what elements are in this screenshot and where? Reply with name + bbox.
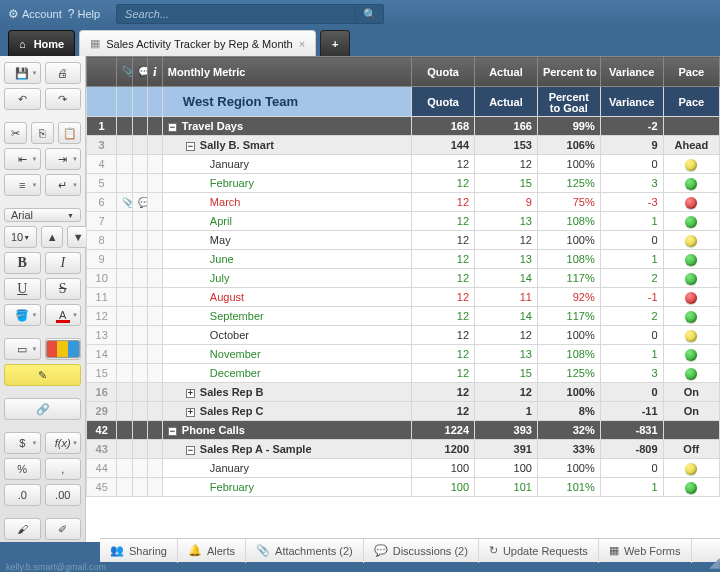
actual-cell[interactable]: 14: [475, 269, 538, 288]
tab-update-requests[interactable]: ↻Update Requests: [479, 539, 599, 563]
quota-cell[interactable]: 12: [412, 326, 475, 345]
collapse-icon[interactable]: −: [186, 446, 195, 455]
row-number[interactable]: 44: [87, 459, 117, 478]
font-select[interactable]: Arial▼: [4, 208, 81, 222]
row-number[interactable]: 7: [87, 212, 117, 231]
pct-header[interactable]: Percent to Goal: [537, 57, 600, 87]
pace-cell[interactable]: [663, 174, 719, 193]
pace-cell[interactable]: Off: [663, 440, 719, 459]
variance-cell[interactable]: 0: [600, 459, 663, 478]
quota-cell[interactable]: 100: [412, 478, 475, 497]
decrease-decimal-button[interactable]: .0: [4, 484, 41, 506]
expand-icon[interactable]: +: [186, 389, 195, 398]
pace-cell[interactable]: [663, 421, 719, 440]
tab-web-forms[interactable]: ▦Web Forms: [599, 539, 692, 563]
grid-scroll[interactable]: 📎 💬 i Monthly Metric Quota Actual Percen…: [86, 56, 720, 542]
metric-header[interactable]: Monthly Metric: [162, 57, 411, 87]
underline-button[interactable]: U: [4, 278, 41, 300]
copy-button[interactable]: ⎘: [31, 122, 54, 144]
row-number[interactable]: 4: [87, 155, 117, 174]
text-color-button[interactable]: A▼: [45, 304, 82, 326]
cut-button[interactable]: ✂: [4, 122, 27, 144]
metric-cell[interactable]: +Sales Rep B: [162, 383, 411, 402]
tab-new[interactable]: +: [320, 30, 350, 56]
quota-cell[interactable]: 144: [412, 136, 475, 155]
variance-cell[interactable]: 9: [600, 136, 663, 155]
pct-cell[interactable]: 100%: [537, 231, 600, 250]
thousands-button[interactable]: ,: [45, 458, 82, 480]
quota-cell[interactable]: 12: [412, 307, 475, 326]
row-number[interactable]: 14: [87, 345, 117, 364]
actual-cell[interactable]: 101: [475, 478, 538, 497]
align-button[interactable]: ≡▼: [4, 174, 41, 196]
clear-format-button[interactable]: ✐: [45, 518, 82, 540]
pct-cell[interactable]: 75%: [537, 193, 600, 212]
row-number[interactable]: 13: [87, 326, 117, 345]
metric-cell[interactable]: November: [162, 345, 411, 364]
metric-cell[interactable]: +Sales Rep C: [162, 402, 411, 421]
actual-cell[interactable]: 12: [475, 231, 538, 250]
pace-cell[interactable]: On: [663, 402, 719, 421]
actual-cell[interactable]: 391: [475, 440, 538, 459]
variance-cell[interactable]: -1: [600, 288, 663, 307]
metric-cell[interactable]: −Sales Rep A - Sample: [162, 440, 411, 459]
quota-cell[interactable]: 12: [412, 288, 475, 307]
actual-cell[interactable]: 11: [475, 288, 538, 307]
indent-button[interactable]: ⇥▼: [45, 148, 82, 170]
highlight-button[interactable]: ✎: [4, 364, 81, 386]
pace-cell[interactable]: [663, 155, 719, 174]
row-number[interactable]: 12: [87, 307, 117, 326]
account-link[interactable]: ⚙Account: [8, 7, 62, 21]
row-number[interactable]: 15: [87, 364, 117, 383]
quota-cell[interactable]: 12: [412, 155, 475, 174]
row-number[interactable]: 5: [87, 174, 117, 193]
variance-cell[interactable]: 0: [600, 231, 663, 250]
pct-cell[interactable]: 125%: [537, 364, 600, 383]
metric-cell[interactable]: August: [162, 288, 411, 307]
quota-cell[interactable]: 12: [412, 212, 475, 231]
metric-cell[interactable]: May: [162, 231, 411, 250]
actual-cell[interactable]: 9: [475, 193, 538, 212]
pct-cell[interactable]: 108%: [537, 345, 600, 364]
metric-cell[interactable]: October: [162, 326, 411, 345]
actual-header[interactable]: Actual: [475, 57, 538, 87]
pct-cell[interactable]: 101%: [537, 478, 600, 497]
actual-cell[interactable]: 153: [475, 136, 538, 155]
col-pct[interactable]: Percentto Goal: [537, 87, 600, 117]
currency-button[interactable]: $▼: [4, 432, 41, 454]
quota-cell[interactable]: 12: [412, 193, 475, 212]
pace-cell[interactable]: On: [663, 383, 719, 402]
flag-header[interactable]: i: [147, 57, 162, 87]
increase-decimal-button[interactable]: .00: [45, 484, 82, 506]
function-button[interactable]: f(x)▼: [45, 432, 82, 454]
metric-cell[interactable]: −Sally B. Smart: [162, 136, 411, 155]
metric-cell[interactable]: January: [162, 155, 411, 174]
pct-cell[interactable]: 117%: [537, 269, 600, 288]
actual-cell[interactable]: 393: [475, 421, 538, 440]
quota-cell[interactable]: 12: [412, 364, 475, 383]
variance-cell[interactable]: 3: [600, 174, 663, 193]
tab-sharing[interactable]: 👥Sharing: [100, 539, 178, 563]
pct-cell[interactable]: 125%: [537, 174, 600, 193]
paste-button[interactable]: 📋: [58, 122, 81, 144]
save-button[interactable]: 💾▼: [4, 62, 41, 84]
quota-cell[interactable]: 12: [412, 269, 475, 288]
tab-alerts[interactable]: 🔔Alerts: [178, 539, 246, 563]
actual-cell[interactable]: 15: [475, 174, 538, 193]
variance-cell[interactable]: 1: [600, 212, 663, 231]
pace-cell[interactable]: [663, 459, 719, 478]
row-number[interactable]: 9: [87, 250, 117, 269]
metric-cell[interactable]: February: [162, 174, 411, 193]
row-number[interactable]: 45: [87, 478, 117, 497]
rownum-header[interactable]: [87, 57, 117, 87]
variance-cell[interactable]: 0: [600, 326, 663, 345]
variance-cell[interactable]: 1: [600, 250, 663, 269]
italic-button[interactable]: I: [45, 252, 82, 274]
quota-header[interactable]: Quota: [412, 57, 475, 87]
border-button[interactable]: ▭▼: [4, 338, 41, 360]
pace-header[interactable]: Pace: [663, 57, 719, 87]
actual-cell[interactable]: 13: [475, 345, 538, 364]
quota-cell[interactable]: 12: [412, 174, 475, 193]
row-number[interactable]: 16: [87, 383, 117, 402]
print-button[interactable]: 🖨: [45, 62, 82, 84]
